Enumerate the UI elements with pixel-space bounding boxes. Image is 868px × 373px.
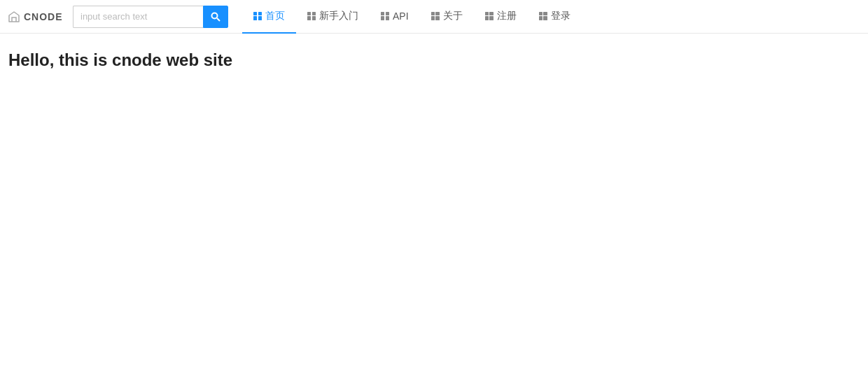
nav-items: 首页 新手入门 API 关于	[242, 0, 582, 33]
login-grid-icon	[539, 12, 547, 20]
search-input[interactable]	[73, 6, 203, 28]
svg-point-0	[212, 13, 218, 18]
nav-item-home-label: 首页	[265, 10, 285, 22]
home-grid-icon	[253, 12, 262, 20]
nav-item-about[interactable]: 关于	[420, 0, 474, 34]
nav-item-api[interactable]: API	[370, 0, 420, 34]
api-grid-icon	[381, 12, 389, 20]
search-button[interactable]	[203, 6, 228, 28]
nav-item-register[interactable]: 注册	[474, 0, 528, 34]
nav-item-beginner-label: 新手入门	[319, 10, 358, 22]
nav-item-home[interactable]: 首页	[242, 0, 296, 34]
register-grid-icon	[485, 12, 493, 20]
logo-icon	[8, 11, 20, 22]
main-heading: Hello, this is cnode web site	[8, 50, 860, 70]
search-area	[73, 6, 228, 28]
search-icon	[211, 12, 220, 22]
beginner-grid-icon	[307, 12, 316, 20]
about-grid-icon	[431, 12, 440, 20]
nav-item-api-label: API	[393, 10, 409, 22]
main-content: Hello, this is cnode web site	[0, 34, 868, 87]
nav-item-beginner[interactable]: 新手入门	[296, 0, 370, 34]
nav-item-login[interactable]: 登录	[528, 0, 582, 34]
nav-item-login-label: 登录	[551, 10, 570, 22]
logo-text: CNODE	[24, 11, 63, 22]
nav-item-register-label: 注册	[497, 10, 517, 22]
logo[interactable]: CNODE	[8, 11, 64, 22]
navbar: CNODE 首页 新手入门	[0, 0, 868, 34]
svg-line-1	[217, 18, 220, 21]
nav-item-about-label: 关于	[443, 10, 463, 22]
